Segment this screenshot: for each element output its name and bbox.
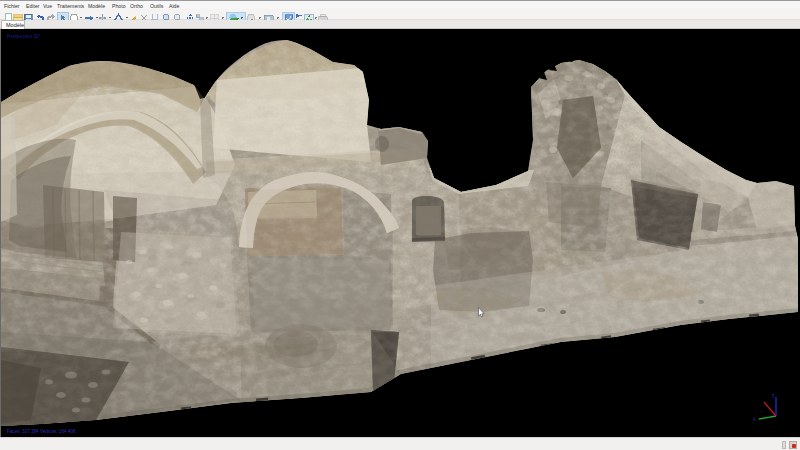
svg-text:Faces: 327 384 Vertices: 164 4: Faces: 327 384 Vertices: 164 406 [7,429,76,434]
svg-text:Perspective 32°: Perspective 32° [7,34,41,39]
